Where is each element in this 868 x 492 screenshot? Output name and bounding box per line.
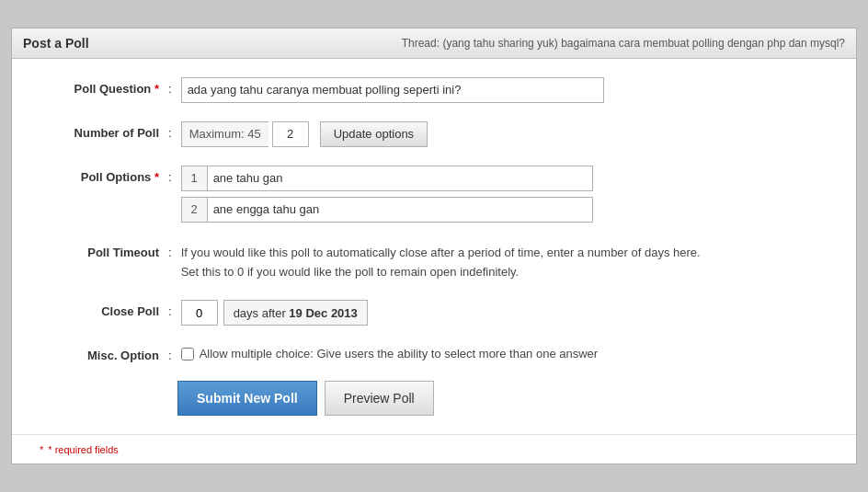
poll-question-input[interactable] (181, 77, 604, 103)
option-number-1: 1 (181, 166, 207, 191)
timeout-text: If you would like this poll to automatic… (181, 241, 828, 282)
misc-option-row: Misc. Option : Allow multiple choice: Gi… (40, 344, 828, 362)
poll-timeout-label: Poll Timeout (40, 241, 168, 259)
option-input-1[interactable] (207, 166, 593, 191)
timeout-line1: If you would like this poll to automatic… (181, 244, 828, 263)
poll-option-row-2: 2 (181, 197, 828, 223)
update-options-button[interactable]: Update options (320, 121, 428, 147)
required-star-note: * (40, 444, 43, 455)
colon-2: : (168, 121, 181, 140)
close-poll-date: 19 Dec 2013 (289, 306, 357, 320)
page-header: Post a Poll Thread: (yang tahu sharing y… (12, 29, 856, 59)
poll-option-row-1: 1 (181, 166, 828, 191)
option-number-2: 2 (181, 197, 207, 223)
form-footer: * * required fields (12, 434, 856, 463)
number-of-poll-controls: Maximum: 45 Update options (181, 121, 828, 147)
poll-timeout-row: Poll Timeout : If you would like this po… (40, 241, 828, 282)
colon-5: : (168, 300, 181, 318)
misc-controls: Allow multiple choice: Give users the ab… (181, 344, 828, 360)
main-container: Post a Poll Thread: (yang tahu sharing y… (11, 28, 857, 465)
poll-options-label: Poll Options * (40, 166, 168, 184)
preview-poll-button[interactable]: Preview Poll (325, 381, 434, 416)
misc-option-label: Misc. Option (40, 344, 168, 362)
colon-1: : (168, 77, 181, 96)
poll-count-input[interactable] (272, 121, 309, 147)
colon-6: : (168, 344, 181, 362)
submit-poll-button[interactable]: Submit New Poll (177, 381, 317, 416)
timeout-line2: Set this to 0 if you would like the poll… (181, 263, 828, 282)
days-input[interactable] (181, 300, 218, 326)
required-note: * * required fields (40, 444, 119, 455)
buttons-row: Submit New Poll Preview Poll (177, 381, 828, 416)
required-star-2: * (154, 170, 159, 184)
poll-timeout-content: If you would like this poll to automatic… (181, 241, 828, 282)
option-input-2[interactable] (207, 197, 593, 223)
thread-label: Thread: (402, 37, 440, 50)
colon-4: : (168, 241, 181, 259)
multiple-choice-checkbox[interactable] (181, 348, 194, 360)
form-body: Poll Question * : Number of Poll : Maxim… (12, 59, 856, 435)
poll-options-row: Poll Options * : 1 2 (40, 166, 828, 223)
max-label: Maximum: 45 (181, 121, 268, 147)
number-of-poll-row: Number of Poll : Maximum: 45 Update opti… (40, 121, 828, 147)
close-poll-row: Close Poll : days after 19 Dec 2013 (40, 300, 828, 326)
close-poll-controls: days after 19 Dec 2013 (181, 300, 828, 326)
required-star: * (154, 82, 159, 96)
poll-question-row: Poll Question * : (40, 77, 828, 103)
poll-options-content: 1 2 (181, 166, 828, 223)
misc-option-content: Allow multiple choice: Give users the ab… (181, 344, 828, 360)
poll-question-content (181, 77, 828, 103)
days-after-label: days after 19 Dec 2013 (223, 300, 368, 326)
poll-question-label: Poll Question * (40, 77, 168, 96)
close-poll-content: days after 19 Dec 2013 (181, 300, 828, 326)
thread-text: (yang tahu sharing yuk) bagaimana cara m… (442, 37, 845, 50)
number-of-poll-label: Number of Poll (40, 121, 168, 140)
number-of-poll-content: Maximum: 45 Update options (181, 121, 828, 147)
close-poll-label: Close Poll (40, 300, 168, 318)
misc-option-text: Allow multiple choice: Give users the ab… (200, 347, 599, 360)
colon-3: : (168, 166, 181, 184)
poll-options-list: 1 2 (181, 166, 828, 223)
thread-info: Thread: (yang tahu sharing yuk) bagaiman… (402, 37, 845, 50)
page-title: Post a Poll (23, 36, 89, 51)
